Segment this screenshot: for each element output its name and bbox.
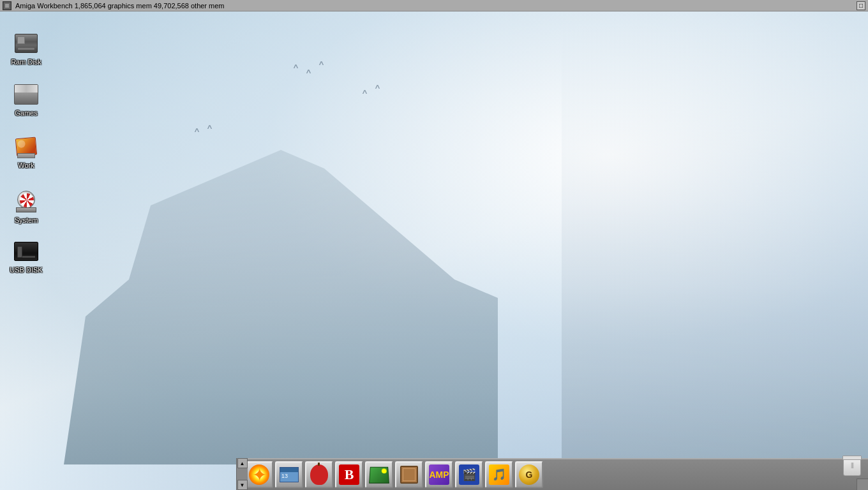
system-ball-graphic xyxy=(17,191,35,209)
bird-7: ∧ xyxy=(206,123,213,130)
system-graphic xyxy=(15,191,38,212)
desktop: Ram Disk Games Work System xyxy=(0,11,868,490)
taskbar-movie-button[interactable]: 🎬 xyxy=(455,461,483,488)
ramdisk-graphic xyxy=(15,34,38,53)
icon-system[interactable]: System xyxy=(3,189,49,225)
taskbar-gold-button[interactable]: G xyxy=(515,461,543,488)
taskbar-ambientfx-button[interactable] xyxy=(245,461,273,488)
bird-1: ∧ xyxy=(292,63,299,70)
apple-icon xyxy=(310,464,328,485)
bird-5: ∧ xyxy=(374,83,381,90)
taskbar-blizzard-button[interactable]: B xyxy=(335,461,363,488)
taskbar-scalos-button[interactable] xyxy=(275,461,303,488)
trash-can-graphic xyxy=(843,458,861,476)
sunburst-icon xyxy=(249,464,269,485)
titlebar-icon xyxy=(3,1,11,10)
music-icon: 🎵 xyxy=(489,464,509,485)
work-icon-image xyxy=(13,134,39,160)
system-icon-image xyxy=(13,189,39,214)
icon-ramdisk[interactable]: Ram Disk xyxy=(3,31,49,67)
title-bar: Amiga Workbench 1,865,064 graphics mem 4… xyxy=(0,0,868,11)
ramdisk-icon-image xyxy=(13,31,39,56)
taskbar-apple-button[interactable] xyxy=(305,461,333,488)
taskbar-amp-button[interactable]: AMP xyxy=(425,461,453,488)
work-base-graphic xyxy=(17,153,35,158)
taskbar-box-button[interactable] xyxy=(395,461,423,488)
games-graphic xyxy=(14,84,38,105)
amp-icon: AMP xyxy=(429,464,449,485)
system-base-graphic xyxy=(16,207,36,212)
system-label: System xyxy=(13,216,40,225)
bird-4: ∧ xyxy=(361,88,368,95)
games-icon-image xyxy=(13,82,39,107)
icon-usbdisk[interactable]: USB DISK xyxy=(3,239,49,275)
bird-2: ∧ xyxy=(305,68,312,75)
games-label: Games xyxy=(13,108,38,118)
assassin-figure xyxy=(562,24,868,458)
window-icon xyxy=(280,467,299,482)
taskbar-greenapp-button[interactable] xyxy=(365,461,393,488)
work-label: Work xyxy=(17,161,35,170)
usbdisk-icon-image xyxy=(13,239,39,264)
green-icon xyxy=(369,467,389,484)
b-icon: B xyxy=(339,464,359,485)
box-icon xyxy=(400,466,418,484)
movie-icon: 🎬 xyxy=(459,464,479,485)
corner-resize-handle[interactable] xyxy=(857,479,868,490)
svg-rect-1 xyxy=(5,4,9,8)
scrollbar[interactable]: ▲ ▼ xyxy=(236,458,248,490)
gold-icon: G xyxy=(519,464,539,485)
bird-3: ∧ xyxy=(318,59,325,66)
usbdisk-label: USB DISK xyxy=(8,265,43,275)
close-button[interactable]: □ xyxy=(857,1,865,10)
taskbar-music-button[interactable]: 🎵 xyxy=(485,461,513,488)
taskbar: B AMP 🎬 🎵 G xyxy=(243,458,868,490)
scroll-up-button[interactable]: ▲ xyxy=(237,458,248,468)
titlebar-title: Amiga Workbench 1,865,064 graphics mem 4… xyxy=(15,2,857,10)
icon-work[interactable]: Work xyxy=(3,134,49,170)
ramdisk-label: Ram Disk xyxy=(10,57,43,67)
usbdisk-graphic xyxy=(14,242,38,261)
bird-6: ∧ xyxy=(193,126,200,133)
scroll-down-button[interactable]: ▼ xyxy=(237,480,248,490)
work-graphic xyxy=(15,135,38,158)
icon-games[interactable]: Games xyxy=(3,82,49,118)
